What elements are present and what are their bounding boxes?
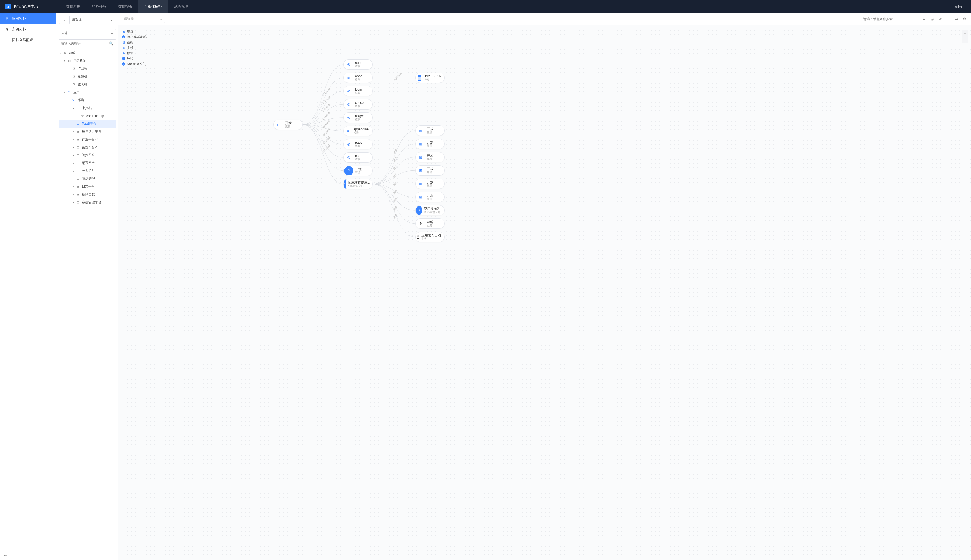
graph-node[interactable]: ?环境环境 [343,166,373,176]
tree-node[interactable]: ▸⊞作业平台v3 [58,135,116,143]
leftnav-item[interactable]: ⊞应用拓扑 [0,13,56,24]
biz-icon: 🗄 [416,232,420,242]
graph-node[interactable]: ▦192.168.16...主机 [415,73,445,83]
tree-node[interactable]: ▸⊞配置平台 [58,159,116,167]
zoom-in-button[interactable]: ＋ [962,30,968,37]
tree-node[interactable]: ▸⊞日志平台 [58,183,116,190]
nav-item[interactable]: 数据报表 [112,0,138,13]
edge-label: 属于 [393,213,398,219]
tree-node[interactable]: ▸⊞PaaS平台 [58,120,116,128]
tree-arrow-icon: ▸ [73,130,75,133]
legend-item: ⊗模块 [122,50,147,56]
tree-arrow-icon: ▸ [73,169,75,172]
graph-node[interactable]: ⊞开放集群 [415,192,445,202]
chevron-down-icon: ⌄ [110,18,113,22]
tree-top-select[interactable]: 请选择 ⌄ [69,16,115,24]
graph-node[interactable]: ⊗appengine模块 [343,126,373,136]
edge-label: 属于 [393,205,398,211]
tree-node[interactable]: ▸⊞节点管理 [58,175,116,183]
tree-node[interactable]: ▸⊞监控平台v3 [58,143,116,151]
graph-node[interactable]: ⊞开放集群 [415,125,445,136]
tree-node[interactable]: ▾?应用 [58,88,116,96]
graph-node[interactable]: ?应用发布2BCS集群名称 [415,205,445,215]
nav-item[interactable]: 数据维护 [60,0,86,13]
graph-node[interactable]: ⊗apigw模块 [343,112,373,123]
mod-icon: ⊗ [344,60,353,69]
graph-node[interactable]: 🗄应用发布自动...业务 [415,232,445,242]
graph-node[interactable]: ⊗appo模块 [343,73,373,83]
chevron-down-icon: ⌄ [111,31,114,35]
graph-node[interactable]: ⊗appt模块 [343,59,373,70]
graph-node[interactable]: ⊗paas模块 [343,139,373,149]
leftnav-item[interactable]: 拓扑全局配置 [0,35,56,45]
tree-biz-select[interactable]: 蓝鲸 ⌄ [58,29,116,37]
graph-node[interactable]: ⊞开放集群 [415,178,445,189]
leftnav-item[interactable]: ✱实例拓扑 [0,24,56,35]
zoom-out-button[interactable]: － [962,37,968,43]
graph-node[interactable]: ⊗console模块 [343,99,373,110]
mod-icon: ⚙ [72,75,76,78]
tree-search-input[interactable] [61,42,109,45]
graph-node[interactable]: ?应用发布使用...K8S命名空间 [343,179,373,189]
locate-icon[interactable]: ◎ [929,17,935,21]
tree-node[interactable]: ▾⊞空闲机池 [58,57,116,65]
toolbar-select-label: 请选择 [124,17,134,21]
mod-icon: ⊗ [344,153,353,162]
toolbar-search[interactable] [861,15,915,23]
tree-node[interactable]: ▸⊞管控平台 [58,151,116,159]
tree-view-toggle-icon[interactable]: ▭ [59,16,67,24]
q-icon: ? [122,35,125,38]
site-icon: ⊞ [77,145,80,149]
cluster-icon: ⊞ [416,139,425,148]
app-title: 配置管理中心 [14,4,38,9]
snow-icon: ✱ [5,27,9,32]
cluster-icon: ⊞ [416,166,425,175]
edge-label: 拓扑组成 [322,120,331,129]
graph-node[interactable]: ⊞开放集群 [415,152,445,162]
tree-arrow-icon: ▾ [73,107,75,110]
nav-item[interactable]: 待办任务 [86,0,112,13]
user-label[interactable]: admin [949,5,971,9]
fullscreen-icon[interactable]: ⛶ [945,17,951,21]
tree-node[interactable]: ▾🗄蓝鲸 [58,49,116,57]
layout-icon[interactable]: ⇄ [953,17,959,21]
tree-node[interactable]: ⚙空闲机 [58,80,116,88]
tree-node[interactable]: ▸⊞容器管理平台 [58,198,116,206]
toolbar-search-input[interactable] [863,15,913,23]
mod-icon: ⚙ [72,67,76,70]
edge-label: 属于 [393,189,398,195]
graph-node[interactable]: ⊗esb模块 [343,152,373,163]
settings-icon[interactable]: ⚙ [961,17,968,21]
tree-node[interactable]: ▸⊞用户认证平台 [58,128,116,135]
q-icon: ? [344,180,346,189]
canvas-area: 请选择 ⌄ ⬇◎⟳⛶⇄⚙ ⊞集群?BCS集群名称🗄业务▦主机⊗模块?环境?K8S… [118,13,971,560]
nav-item[interactable]: 系统管理 [168,0,194,13]
site-icon: ⊞ [77,138,80,141]
tree-node[interactable]: ⚙待回收 [58,65,116,73]
tree-biz-select-label: 蓝鲸 [61,31,67,35]
edge-label: 属于 [393,165,398,170]
toolbar-select[interactable]: 请选择 ⌄ [122,15,165,23]
nav-item[interactable]: 可视化拓扑 [138,0,168,13]
tree-node[interactable]: ▸⊞公共组件 [58,167,116,175]
graph-node[interactable]: ⊞开放集群 [415,139,445,149]
refresh-icon[interactable]: ⟳ [937,17,943,21]
tree-node[interactable]: ▾?环境 [58,96,116,104]
graph-node[interactable]: ⊞开放集群 [415,165,445,176]
zoom-control: ＋ － [962,30,968,43]
tree-node[interactable]: ▸⊞故障自愈 [58,190,116,198]
canvas[interactable]: ⊞集群?BCS集群名称🗄业务▦主机⊗模块?环境?K8S命名空间 ＋ － ⊞开放集… [118,25,971,560]
graph-node[interactable]: ⊗login模块 [343,86,373,96]
tree-arrow-icon: ▸ [73,154,75,157]
site-icon: ⊞ [77,169,80,173]
tree-node[interactable]: ▾⊞中控机 [58,104,116,112]
tree-search[interactable]: 🔍 [58,39,116,47]
graph-node[interactable]: ⊞开放集群 [273,120,302,130]
tree-node[interactable]: ⚙故障机 [58,73,116,80]
tree-node[interactable]: ⚙controller_ip [58,112,116,120]
graph-node[interactable]: 🗄蓝鲸业务 [415,218,445,229]
download-icon[interactable]: ⬇ [921,17,927,21]
site-icon: ⊞ [77,122,80,125]
collapse-icon[interactable]: ⇤ [4,553,7,557]
edge-label: 拓扑组成 [393,72,402,82]
